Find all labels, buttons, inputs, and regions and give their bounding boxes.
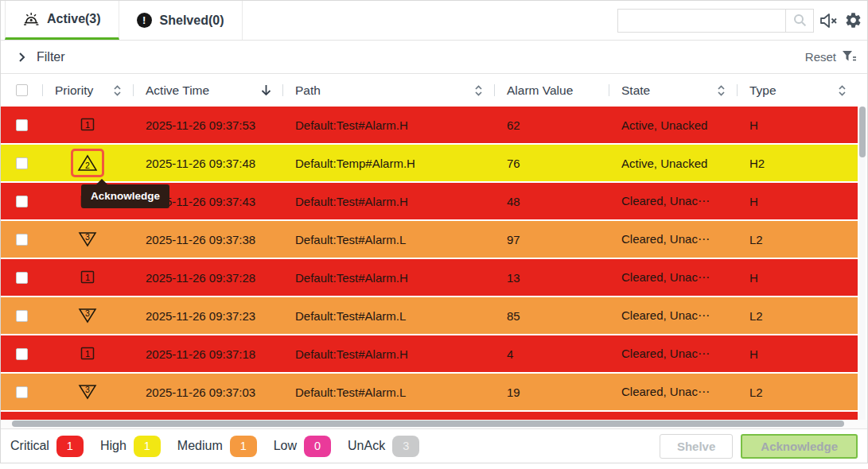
alarm-value-cell: 48 — [494, 195, 609, 208]
header-select-all[interactable] — [1, 74, 42, 107]
header-type[interactable]: Type — [737, 74, 858, 107]
alarm-value-cell: 85 — [494, 309, 609, 323]
reset-filter-button[interactable]: Reset — [805, 50, 856, 64]
header-state-label: State — [621, 83, 650, 98]
header-active-time[interactable]: Active Time — [133, 74, 282, 107]
svg-text:3: 3 — [85, 385, 90, 394]
sort-both-icon[interactable] — [474, 84, 483, 97]
row-checkbox[interactable] — [16, 272, 28, 284]
alarm-row[interactable]: 1 2025-11-26 09:37:18 Default:Test#Alarm… — [1, 335, 858, 372]
active-time-cell: 2025-11-26 09:37:28 — [133, 271, 282, 285]
type-cell: H — [737, 195, 858, 208]
row-checkbox[interactable] — [16, 348, 28, 360]
alarm-row[interactable]: 2 2025-11-26 09:37:48 Default:Temp#Alarm… — [1, 145, 858, 181]
alarm-row[interactable]: 3 2025-11-26 09:37:03 Default:Test#Alarm… — [1, 374, 858, 410]
legend-high: High 1 — [100, 436, 161, 457]
filter-expander[interactable]: Filter — [18, 50, 65, 64]
search-input[interactable] — [617, 9, 785, 33]
row-checkbox[interactable] — [16, 310, 28, 322]
state-cell: Cleared, Unac⋯ — [609, 232, 737, 246]
acknowledge-button[interactable]: Acknowledge — [741, 434, 858, 459]
row-checkbox[interactable] — [16, 196, 28, 207]
header-path-label: Path — [295, 83, 321, 98]
active-time-cell: 2025-11-26 09:37:48 — [133, 157, 282, 170]
alarm-table-body: 1 2025-11-26 09:37:53 Default:Test#Alarm… — [1, 107, 867, 420]
type-cell: H — [737, 118, 858, 132]
alarm-row[interactable]: 1 2025-11-26 09:37:53 Default:Test#Alarm… — [1, 107, 858, 143]
priority-2-icon: 2 — [77, 153, 98, 172]
alarm-row[interactable]: 3 2025-11-26 09:37:23 Default:Test#Alarm… — [1, 297, 858, 334]
header-path[interactable]: Path — [282, 74, 494, 107]
shelve-button[interactable]: Shelve — [660, 434, 733, 459]
path-cell: Default:Test#Alarm.L — [282, 233, 494, 246]
acknowledge-hover-target[interactable]: 2 — [71, 149, 104, 177]
table-header: Priority Active Time Path — [1, 74, 858, 107]
sort-both-icon[interactable] — [113, 84, 122, 97]
state-cell: Cleared, Unac⋯ — [609, 194, 737, 208]
state-cell: Active, Unacked — [609, 118, 737, 132]
header-state[interactable]: State — [609, 74, 737, 107]
type-cell: H2 — [737, 157, 858, 170]
horizontal-scrollbar-thumb[interactable] — [12, 421, 844, 427]
horizontal-scrollbar[interactable] — [1, 420, 867, 428]
priority-1-icon: 1 — [77, 268, 98, 287]
priority-3-icon: 3 — [77, 230, 98, 249]
filter-bar: Filter Reset — [1, 41, 867, 74]
filter-funnel-icon — [843, 51, 856, 63]
legend-critical: Critical 1 — [10, 436, 84, 457]
path-cell: Default:Test#Alarm.H — [282, 195, 494, 208]
header-type-label: Type — [749, 83, 777, 98]
state-cell: Active, Unacked — [609, 157, 737, 170]
sort-both-icon[interactable] — [717, 84, 726, 97]
filter-label: Filter — [37, 50, 65, 64]
path-cell: Default:Test#Alarm.L — [282, 309, 494, 323]
exclamation-circle-icon: ! — [137, 13, 152, 28]
state-cell: Cleared, Unac⋯ — [609, 385, 737, 399]
path-cell: Default:Temp#Alarm.H — [282, 157, 494, 170]
priority-1-icon: 1 — [77, 344, 98, 363]
select-all-checkbox[interactable] — [16, 84, 28, 96]
path-cell: Default:Test#Alarm.L — [282, 386, 494, 399]
sort-desc-icon[interactable] — [261, 84, 271, 96]
header-priority[interactable]: Priority — [42, 74, 133, 107]
svg-text:1: 1 — [85, 273, 90, 282]
vertical-scrollbar-thumb[interactable] — [859, 107, 866, 157]
alarm-row[interactable]: 1 2025-11-26 09:37:28 Default:Test#Alarm… — [1, 259, 858, 296]
medium-count-badge: 1 — [230, 436, 257, 457]
alarm-row[interactable]: 3 2025-11-26 09:37:38 Default:Test#Alarm… — [1, 221, 858, 258]
header-alarm-value-label: Alarm Value — [507, 83, 573, 98]
low-count-badge: 0 — [304, 436, 331, 457]
legend-high-label: High — [100, 439, 127, 453]
search-icon — [793, 14, 807, 27]
settings-gear-icon[interactable] — [844, 11, 862, 29]
type-cell: H — [737, 271, 858, 285]
header-alarm-value[interactable]: Alarm Value — [494, 74, 609, 107]
alarm-value-cell: 76 — [494, 157, 609, 170]
priority-1-icon: 1 — [77, 115, 98, 134]
row-checkbox[interactable] — [16, 157, 28, 169]
alarm-value-cell: 62 — [494, 118, 609, 132]
status-footer: Critical 1 High 1 Medium 1 Low 0 UnAck 3… — [1, 428, 867, 463]
high-count-badge: 1 — [134, 436, 161, 457]
state-cell: Cleared, Unac⋯ — [609, 308, 737, 323]
row-checkbox[interactable] — [16, 386, 28, 398]
mute-icon[interactable] — [819, 13, 839, 29]
tab-active-label: Active(3) — [47, 12, 101, 26]
search-button[interactable] — [785, 9, 814, 33]
alarm-row-partial[interactable] — [1, 412, 858, 420]
type-cell: L2 — [737, 386, 858, 399]
legend-unack: UnAck 3 — [348, 436, 419, 457]
legend-low: Low 0 — [274, 436, 331, 457]
tab-active-alarms[interactable]: Active(3) — [5, 1, 119, 40]
footer-actions: Shelve Acknowledge — [660, 434, 858, 459]
alarm-value-cell: 97 — [494, 233, 609, 246]
path-cell: Default:Test#Alarm.H — [282, 271, 494, 285]
tab-shelved-alarms[interactable]: ! Shelved(0) — [119, 1, 243, 40]
acknowledge-tooltip: Acknowledge — [81, 184, 169, 208]
sort-both-icon[interactable] — [838, 84, 847, 97]
vertical-scrollbar[interactable] — [859, 107, 866, 420]
svg-text:2: 2 — [85, 161, 90, 170]
row-checkbox[interactable] — [16, 234, 28, 246]
row-checkbox[interactable] — [16, 119, 28, 131]
svg-text:3: 3 — [85, 232, 90, 242]
